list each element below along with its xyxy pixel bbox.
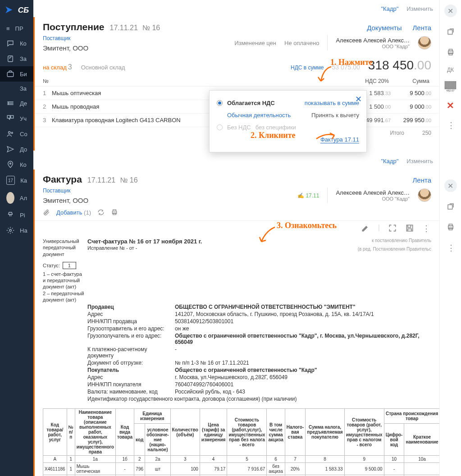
owner-avatar-2[interactable]: [418, 188, 431, 202]
newwin-icon-2[interactable]: [444, 200, 457, 213]
print-icon[interactable]: [111, 209, 118, 216]
invoice-number: № 16: [120, 176, 137, 184]
grid-icon: [6, 114, 14, 123]
activity-type[interactable]: Обычная деятельность: [227, 112, 291, 119]
save-icon[interactable]: [405, 224, 414, 233]
owner-org-2: ООО "Кадр": [336, 196, 410, 201]
edit-icon[interactable]: [361, 224, 370, 233]
svg-point-6: [10, 163, 11, 164]
vat-popup: ✕ Облагается НДСпоказывать в сумме Обычн…: [209, 90, 367, 152]
right-sidebar: ✕ ДК 482.07 ✕ ⋮ ✕ ⋮: [439, 0, 461, 476]
close-icon[interactable]: ✕: [444, 5, 457, 17]
nav-item-3[interactable]: Би: [0, 66, 33, 82]
tab-feed[interactable]: Лента: [412, 24, 431, 32]
signed-icon: ✍: [297, 192, 304, 199]
refresh-icon[interactable]: [97, 209, 105, 216]
warehouse-label[interactable]: на склад: [43, 64, 67, 71]
add-button[interactable]: Добавить (1): [56, 209, 91, 216]
nav-item-0[interactable]: ≡ПР: [0, 22, 33, 36]
nav-item-6[interactable]: Уч: [0, 111, 33, 126]
doc-kind: Универсальный передаточный документ Стат…: [43, 238, 86, 303]
nav-item-5[interactable]: Де: [0, 96, 33, 111]
vat-display-mode[interactable]: показывать в сумме: [305, 100, 359, 106]
svg-rect-12: [448, 30, 452, 34]
close-icon-2[interactable]: ✕: [444, 179, 457, 192]
change-link-2[interactable]: Изменить: [406, 158, 433, 165]
menu-icon: ≡: [6, 25, 10, 32]
more-side-icon[interactable]: ⋮: [444, 119, 457, 132]
more-side-icon-2[interactable]: ⋮: [444, 242, 457, 254]
gear-icon: [6, 226, 14, 234]
barcode-icon[interactable]: 482.07: [445, 81, 456, 92]
nav-item-9[interactable]: Ко: [0, 157, 33, 172]
col-num: №: [43, 78, 56, 84]
invoice-date: 17.11.21: [87, 176, 115, 184]
svg-rect-10: [113, 213, 116, 215]
attach-icon[interactable]: [43, 209, 50, 216]
change-link[interactable]: Изменить: [406, 5, 433, 12]
org-link[interactable]: "Кадр": [381, 5, 399, 12]
owner-name[interactable]: Алексеев Алексей Алекс…: [336, 37, 410, 44]
nav-item-1[interactable]: Ко: [0, 36, 33, 51]
nav-item-11[interactable]: Ал: [0, 188, 33, 207]
invoice-panel: Фактура 17.11.21 № 16 Лента Поставщик Эм…: [33, 169, 439, 476]
print-side-icon-2[interactable]: [444, 221, 457, 233]
bell-icon: [6, 211, 14, 219]
owner-name-2[interactable]: Алексеев Алексей Алекс…: [336, 189, 410, 196]
popup-close-icon[interactable]: ✕: [355, 94, 362, 104]
receipt-number: № 16: [142, 24, 160, 32]
svg-rect-2: [7, 115, 10, 118]
money-icon: [6, 99, 14, 107]
svg-rect-14: [449, 49, 452, 51]
more-icon[interactable]: ⋮: [422, 224, 431, 233]
print-side-icon[interactable]: [444, 46, 457, 59]
people-icon: [6, 130, 14, 138]
brand-name: СБ: [18, 6, 29, 15]
tab-documents[interactable]: Документы: [367, 24, 402, 32]
nav-item-7[interactable]: Со: [0, 126, 33, 142]
left-nav: СБ ≡ПР Ко За Би За Де Уч Со До Ко 17Ка А…: [0, 0, 33, 476]
svg-point-7: [9, 229, 12, 232]
total-sum: 318 450.00: [368, 58, 431, 73]
invoice-table: Код товара/ работ, услуг № п/п Наименова…: [43, 408, 440, 476]
radio-novat[interactable]: [217, 124, 223, 130]
red-x-icon[interactable]: ✕: [447, 100, 454, 111]
location-icon: [6, 160, 14, 169]
col-sum: Сумма: [389, 78, 429, 84]
unpaid-status: Не оплачено: [284, 40, 319, 46]
invoice-link[interactable]: Фактура 17.11: [320, 136, 359, 143]
nav-item-12[interactable]: Pi: [0, 207, 33, 223]
nav-item-10[interactable]: 17Ка: [0, 172, 33, 188]
supplier-name[interactable]: Эмитент, ООО: [43, 44, 88, 52]
nav-item-2[interactable]: За: [0, 51, 33, 66]
svg-rect-16: [448, 205, 452, 209]
brand-logo-icon: [5, 5, 14, 15]
price-change-link[interactable]: Изменение цен: [234, 40, 276, 46]
send-icon: [6, 145, 14, 153]
calendar-icon: 17: [6, 176, 15, 185]
org-link-2[interactable]: "Кадр": [381, 158, 399, 165]
tab-feed-2[interactable]: Лента: [412, 176, 431, 184]
topbar-1: "Кадр" Изменить: [33, 0, 439, 17]
svg-rect-3: [11, 115, 14, 118]
nav-item-4[interactable]: За: [0, 82, 33, 96]
newwin-icon[interactable]: [444, 25, 457, 38]
receipt-date: 17.11.21: [110, 24, 138, 32]
svg-rect-0: [8, 56, 13, 62]
nav-item-8[interactable]: До: [0, 142, 33, 157]
nav-item-13[interactable]: На: [0, 223, 33, 238]
svg-point-4: [9, 132, 11, 134]
svg-rect-9: [113, 210, 116, 211]
vat-label[interactable]: НДС в сумме: [291, 64, 324, 71]
chat-icon: [6, 39, 14, 47]
radio-vat[interactable]: [217, 100, 223, 106]
owner-org: ООО "Кадр": [336, 44, 410, 49]
warehouse-name[interactable]: Основной склад: [81, 64, 125, 71]
briefcase-icon: [6, 70, 14, 78]
supplier-label-2: Поставщик: [43, 188, 88, 194]
owner-avatar[interactable]: [418, 36, 431, 50]
supplier-name-2[interactable]: Эмитент, ООО: [43, 197, 88, 204]
fullscreen-icon[interactable]: [388, 224, 397, 233]
dk-label[interactable]: ДК: [447, 67, 454, 73]
invoice-row: X46111861Мышь оптическая-796шт10079.177 …: [43, 463, 440, 475]
